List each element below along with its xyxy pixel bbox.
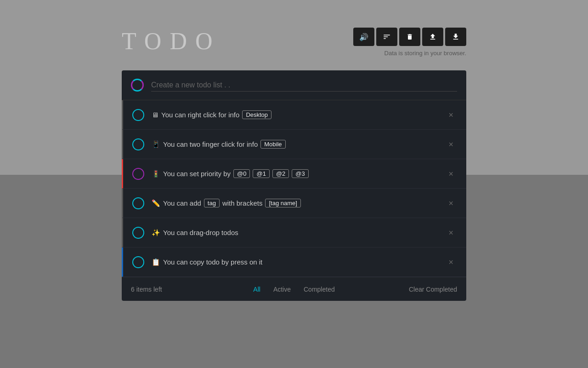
new-todo-input[interactable]	[151, 79, 457, 92]
todo-emoji: 📱	[152, 140, 160, 149]
download-button[interactable]	[445, 28, 466, 46]
spinner-icon	[131, 79, 144, 92]
header: TODO 🔊	[0, 0, 588, 57]
todo-text: 📋 You can copy todo by press on it	[152, 258, 445, 266]
sound-button[interactable]: 🔊	[353, 28, 374, 46]
todo-footer: 6 items left All Active Completed Clear …	[122, 277, 466, 301]
filter-completed-button[interactable]: Completed	[302, 285, 337, 294]
todo-checkbox[interactable]	[132, 227, 144, 239]
todo-checkbox[interactable]	[132, 168, 144, 180]
todo-text: 🖥 You can right click for info Desktop	[152, 110, 445, 119]
todo-checkbox[interactable]	[132, 256, 144, 268]
todo-item: 🖥 You can right click for info Desktop ×	[122, 100, 466, 130]
filter-buttons: All Active Completed	[240, 285, 349, 294]
todo-item: 📱 You can two finger click for info Mobi…	[122, 130, 466, 159]
todo-text: ✨ You can drag-drop todos	[152, 229, 445, 237]
todo-list: 🖥 You can right click for info Desktop ×…	[122, 100, 466, 277]
toolbar-buttons: 🔊	[353, 28, 466, 46]
filter-all-button[interactable]: All	[251, 285, 262, 294]
storage-info: Data is storing in your browser.	[384, 50, 466, 57]
todo-tag: @1	[253, 169, 269, 178]
todo-tag: Mobile	[260, 140, 285, 149]
todo-tag: @3	[292, 169, 308, 178]
todo-label: You can set priority by	[163, 170, 231, 178]
todo-delete-button[interactable]: ×	[445, 109, 457, 121]
upload-button[interactable]	[422, 28, 443, 46]
todo-text: 🚦 You can set priority by @0 @1 @2 @3	[152, 169, 445, 178]
todo-item: 📋 You can copy todo by press on it ×	[122, 247, 466, 277]
todo-emoji: 🖥	[152, 111, 158, 119]
todo-item: 🚦 You can set priority by @0 @1 @2 @3 ×	[122, 159, 466, 189]
filter-active-button[interactable]: Active	[271, 285, 293, 294]
clear-completed-button[interactable]: Clear Completed	[348, 286, 457, 293]
todo-delete-button[interactable]: ×	[445, 197, 457, 209]
todo-tag: Desktop	[242, 110, 271, 119]
todo-tag: [tag name]	[265, 199, 300, 207]
todo-label: You can add	[163, 199, 201, 207]
todo-checkbox[interactable]	[132, 138, 144, 150]
todo-label: You can two finger click for info	[163, 140, 258, 148]
delete-all-button[interactable]	[399, 28, 420, 46]
todo-text-part: with brackets	[222, 199, 263, 207]
todo-emoji: ✨	[152, 229, 160, 237]
todo-checkbox[interactable]	[132, 197, 144, 209]
todo-emoji: 📋	[152, 258, 160, 266]
todo-checkbox[interactable]	[132, 109, 144, 121]
todo-delete-button[interactable]: ×	[445, 227, 457, 239]
todo-wrapper: 🖥 You can right click for info Desktop ×…	[122, 70, 466, 301]
todo-delete-button[interactable]: ×	[445, 138, 457, 150]
main-container: TODO 🔊	[0, 0, 588, 368]
todo-emoji: 🚦	[152, 170, 160, 178]
todo-delete-button[interactable]: ×	[445, 168, 457, 180]
items-left-count: 6 items left	[131, 286, 240, 293]
todo-item: ✏️ You can add tag with brackets [tag na…	[122, 189, 466, 218]
todo-tag: tag	[204, 199, 220, 207]
todo-tag: @2	[272, 169, 289, 178]
todo-delete-button[interactable]: ×	[445, 256, 457, 268]
toolbar: 🔊	[353, 28, 466, 57]
new-todo-row	[122, 70, 466, 100]
todo-tag: @0	[233, 169, 250, 178]
app-title: TODO	[122, 28, 220, 55]
todo-text: ✏️ You can add tag with brackets [tag na…	[152, 199, 445, 207]
todo-label: You can copy todo by press on it	[163, 258, 262, 266]
todo-label: You can drag-drop todos	[163, 229, 238, 236]
todo-item: ✨ You can drag-drop todos ×	[122, 218, 466, 247]
todo-emoji: ✏️	[152, 199, 160, 207]
todo-text: 📱 You can two finger click for info Mobi…	[152, 140, 445, 149]
sort-button[interactable]	[376, 28, 397, 46]
todo-label: You can right click for info	[161, 111, 239, 119]
